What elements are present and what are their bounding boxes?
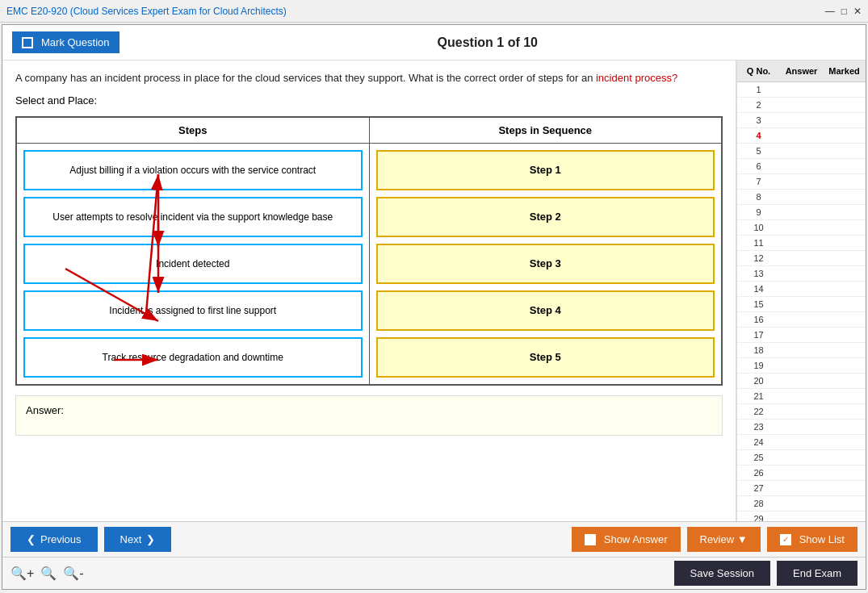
end-exam-button[interactable]: End Exam — [777, 561, 858, 586]
sidebar-row[interactable]: 19 — [737, 358, 866, 374]
sidebar-cell-marked — [823, 420, 866, 434]
sidebar-cell-marked — [823, 374, 866, 388]
sidebar-cell-qno: 26 — [737, 466, 780, 480]
sidebar-cell-marked — [823, 128, 866, 143]
sidebar-qno-header: Q No. — [737, 64, 780, 78]
step-item-3[interactable]: Incident detected — [23, 244, 363, 284]
seq-item-5[interactable]: Step 5 — [376, 337, 715, 378]
select-place-label: Select and Place: — [15, 94, 723, 106]
sidebar-row[interactable]: 26 — [737, 466, 866, 481]
next-label: Next — [120, 533, 142, 545]
sidebar-cell-answer — [780, 190, 823, 204]
sidebar-row[interactable]: 23 — [737, 420, 866, 435]
sidebar-cell-answer — [780, 205, 823, 219]
sidebar-row[interactable]: 27 — [737, 481, 866, 496]
steps-column: Adjust billing if a violation occurs wit… — [17, 144, 370, 384]
sidebar-row[interactable]: 8 — [737, 190, 866, 205]
sidebar-row[interactable]: 22 — [737, 404, 866, 420]
dnd-body: Adjust billing if a violation occurs wit… — [17, 144, 721, 384]
sidebar-row[interactable]: 18 — [737, 343, 866, 358]
sidebar-row[interactable]: 15 — [737, 297, 866, 312]
step-item-1[interactable]: Adjust billing if a violation occurs wit… — [23, 150, 363, 190]
sidebar-cell-answer — [780, 343, 823, 357]
sidebar-row[interactable]: 14 — [737, 282, 866, 297]
show-list-label: Show List — [799, 533, 845, 545]
sidebar-row[interactable]: 24 — [737, 435, 866, 450]
sidebar-row[interactable]: 28 — [737, 496, 866, 512]
sidebar-row[interactable]: 3 — [737, 113, 866, 128]
sequence-column: Step 1 Step 2 Step 3 Step 4 Step 5 — [370, 144, 722, 384]
sidebar-cell-answer — [780, 466, 823, 480]
save-session-button[interactable]: Save Session — [674, 561, 771, 586]
sidebar-row[interactable]: 29 — [737, 512, 866, 521]
next-arrow-icon: ❯ — [146, 533, 155, 545]
sidebar-cell-marked — [823, 481, 866, 495]
sidebar-cell-marked — [823, 435, 866, 449]
sidebar-row[interactable]: 16 — [737, 312, 866, 328]
zoom-reset-button[interactable]: 🔍 — [40, 566, 57, 581]
sidebar-cell-marked — [823, 328, 866, 342]
seq-item-2[interactable]: Step 2 — [376, 197, 715, 237]
sidebar-row[interactable]: 5 — [737, 144, 866, 159]
seq-item-4[interactable]: Step 4 — [376, 290, 715, 331]
question-title: Question 1 of 10 — [120, 35, 856, 50]
sidebar-row[interactable]: 17 — [737, 328, 866, 343]
sidebar-row[interactable]: 13 — [737, 266, 866, 282]
sidebar-row[interactable]: 20 — [737, 374, 866, 389]
sidebar-cell-qno: 8 — [737, 190, 780, 204]
step-item-5[interactable]: Track resource degradation and downtime — [23, 337, 363, 378]
seq-item-1[interactable]: Step 1 — [376, 150, 715, 190]
close-button[interactable]: ✕ — [853, 6, 862, 17]
sidebar-row[interactable]: 4 — [737, 128, 866, 144]
sidebar-row[interactable]: 12 — [737, 251, 866, 266]
sidebar-row[interactable]: 1 — [737, 82, 866, 98]
sidebar-cell-qno: 24 — [737, 435, 780, 449]
main-window: Mark Question Question 1 of 10 A company… — [2, 24, 866, 590]
sidebar-cell-answer — [780, 128, 823, 143]
zoom-out-button[interactable]: 🔍- — [63, 566, 83, 581]
title-bar-text: EMC E20-920 (Cloud Services Expert Exam … — [6, 6, 287, 17]
next-button[interactable]: Next ❯ — [104, 527, 172, 552]
end-exam-label: End Exam — [793, 567, 841, 579]
sidebar-row[interactable]: 7 — [737, 174, 866, 190]
sidebar-row[interactable]: 25 — [737, 450, 866, 466]
sidebar-cell-qno: 27 — [737, 481, 780, 495]
previous-button[interactable]: ❮ Previous — [10, 527, 98, 552]
sidebar-row[interactable]: 6 — [737, 159, 866, 174]
sidebar-cell-qno: 1 — [737, 82, 780, 97]
sidebar-row[interactable]: 11 — [737, 236, 866, 251]
show-list-button[interactable]: ✓ Show List — [767, 527, 858, 552]
sidebar-cell-marked — [823, 512, 866, 521]
dnd-container: Steps Steps in Sequence Adjust billing i… — [15, 116, 723, 386]
sidebar-cell-marked — [823, 251, 866, 265]
show-answer-checkbox-icon — [585, 534, 596, 545]
sidebar-cell-marked — [823, 343, 866, 357]
sidebar-cell-qno: 18 — [737, 343, 780, 357]
sidebar-cell-marked — [823, 159, 866, 173]
sidebar-row[interactable]: 10 — [737, 220, 866, 236]
maximize-button[interactable]: □ — [841, 6, 847, 17]
show-answer-button[interactable]: Show Answer — [572, 527, 681, 552]
answer-section: Answer: — [15, 395, 723, 436]
sidebar-cell-qno: 14 — [737, 282, 780, 296]
zoom-reset-icon: 🔍 — [40, 566, 57, 580]
bottom-bar2: 🔍+ 🔍 🔍- Save Session End Exam — [2, 557, 866, 589]
sidebar-cell-qno: 7 — [737, 174, 780, 189]
sidebar-cell-answer — [780, 404, 823, 419]
minimize-button[interactable]: — — [825, 6, 835, 17]
zoom-in-button[interactable]: 🔍+ — [10, 566, 34, 581]
sidebar-cell-qno: 23 — [737, 420, 780, 434]
sidebar-row[interactable]: 9 — [737, 205, 866, 220]
sidebar-cell-answer — [780, 450, 823, 465]
review-arrow-icon: ▼ — [737, 533, 748, 545]
step-item-4[interactable]: Incident is assigned to first line suppo… — [23, 290, 363, 331]
seq-item-3[interactable]: Step 3 — [376, 244, 715, 284]
sidebar-row[interactable]: 2 — [737, 98, 866, 113]
step-item-2[interactable]: User attempts to resolve incident via th… — [23, 197, 363, 237]
review-button[interactable]: Review ▼ — [687, 527, 761, 552]
sidebar-cell-marked — [823, 98, 866, 112]
sidebar-row[interactable]: 21 — [737, 389, 866, 404]
sidebar-cell-answer — [780, 266, 823, 281]
sidebar-cell-marked — [823, 358, 866, 373]
mark-question-button[interactable]: Mark Question — [12, 31, 120, 53]
